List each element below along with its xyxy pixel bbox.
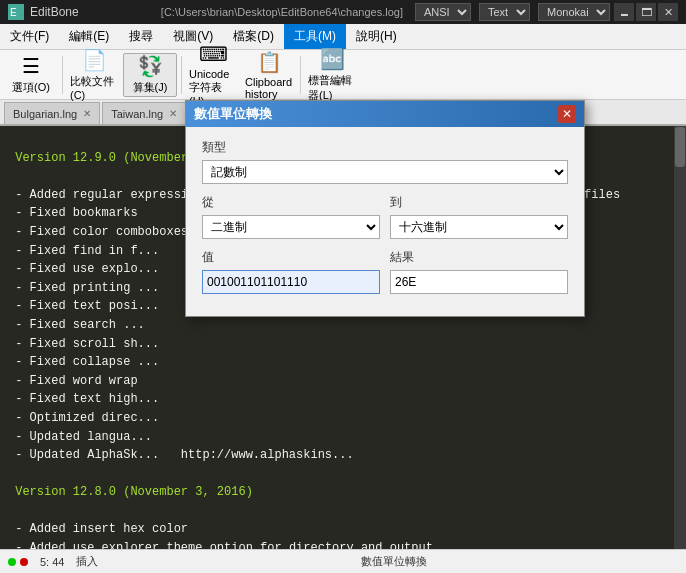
dialog-overlay: 數值單位轉換 ✕ 類型 記數制 從 二進制	[0, 0, 686, 573]
from-select[interactable]: 二進制	[202, 215, 380, 239]
from-label: 從	[202, 194, 380, 211]
value-result-row: 值 結果	[202, 249, 568, 294]
unit-converter-dialog: 數值單位轉換 ✕ 類型 記數制 從 二進制	[185, 100, 585, 317]
to-select[interactable]: 十六進制	[390, 215, 568, 239]
to-label: 到	[390, 194, 568, 211]
result-label: 結果	[390, 249, 568, 266]
type-label: 類型	[202, 139, 568, 156]
dialog-close-button[interactable]: ✕	[558, 105, 576, 123]
from-to-row: 從 二進制 到 十六進制	[202, 194, 568, 239]
value-col: 值	[202, 249, 380, 294]
dialog-title: 數值單位轉換	[194, 105, 558, 123]
dialog-title-bar: 數值單位轉換 ✕	[186, 101, 584, 127]
dialog-body: 類型 記數制 從 二進制 到	[186, 127, 584, 316]
value-label: 值	[202, 249, 380, 266]
result-input	[390, 270, 568, 294]
value-input[interactable]	[202, 270, 380, 294]
to-col: 到 十六進制	[390, 194, 568, 239]
result-col: 結果	[390, 249, 568, 294]
type-select[interactable]: 記數制	[202, 160, 568, 184]
from-col: 從 二進制	[202, 194, 380, 239]
